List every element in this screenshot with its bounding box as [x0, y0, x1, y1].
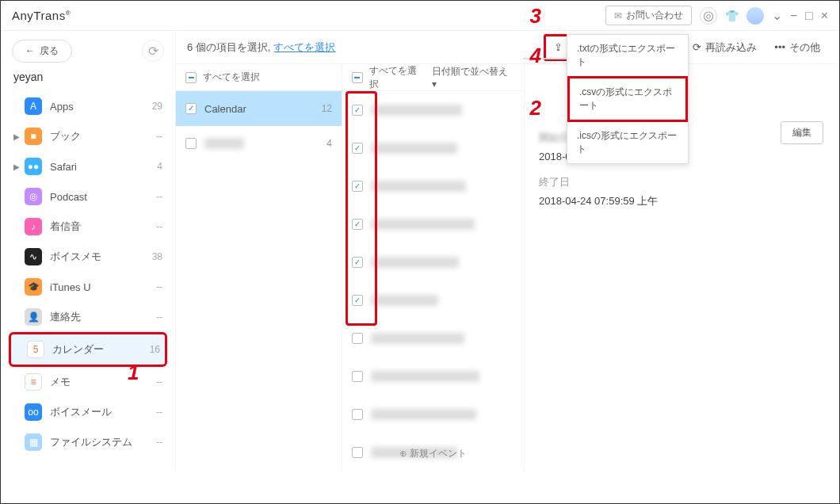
sidebar-item-11[interactable]: ▦ファイルシステム--	[9, 427, 167, 457]
checkbox[interactable]	[185, 138, 197, 149]
export-txt[interactable]: .txtの形式にエクスポート	[567, 35, 688, 76]
checkbox[interactable]	[352, 257, 363, 268]
event-row[interactable]	[342, 319, 524, 357]
export-csv[interactable]: .csvの形式にエクスポート	[567, 76, 688, 122]
checkbox[interactable]	[352, 295, 363, 306]
sidebar-item-7[interactable]: 👤連絡先--	[9, 302, 167, 332]
select-all-link[interactable]: すべてを選択	[273, 40, 335, 55]
sidebar-item-9[interactable]: ≡メモ--	[9, 367, 167, 397]
event-row[interactable]	[342, 167, 524, 205]
more-icon: •••	[774, 41, 785, 53]
contact-button[interactable]: ✉ お問い合わせ	[605, 6, 692, 25]
checkbox[interactable]	[185, 103, 197, 114]
event-row[interactable]	[342, 243, 524, 281]
calendar-row[interactable]: Calendar12	[176, 91, 342, 126]
event-list: すべてを選択 日付順で並べ替え ▾ ⊕ 新規イベント	[342, 64, 525, 472]
event-row[interactable]	[342, 205, 524, 243]
reload-button[interactable]: ⟳再読み込み	[685, 36, 765, 59]
close-button[interactable]: ×	[821, 9, 828, 23]
sidebar-item-2[interactable]: ▶●●Safari4	[9, 151, 167, 181]
search-icon[interactable]: ◎	[700, 7, 717, 25]
select-all-checkbox-col1[interactable]	[185, 72, 197, 83]
sort-button[interactable]: 日付順で並べ替え ▾	[432, 65, 514, 90]
plus-icon: ⊕	[399, 448, 407, 459]
event-row[interactable]	[342, 91, 524, 129]
calendar-list: すべてを選択 Calendar124	[176, 64, 342, 472]
sidebar-item-5[interactable]: ∿ボイスメモ38	[9, 242, 167, 272]
sidebar-item-3[interactable]: ◎Podcast--	[9, 181, 167, 212]
end-label: 終了日	[539, 175, 825, 189]
app-title: AnyTrans®	[12, 9, 71, 22]
checkbox[interactable]	[352, 181, 363, 192]
select-all-checkbox-col2[interactable]	[352, 72, 363, 83]
back-button[interactable]: ← 戻る	[12, 40, 72, 63]
sidebar-item-10[interactable]: ooボイスメール--	[9, 397, 167, 427]
export-ics[interactable]: .icsの形式にエクスポート	[567, 122, 688, 163]
checkbox[interactable]	[352, 409, 363, 420]
event-row[interactable]	[342, 129, 524, 167]
selection-text: 6 個の項目を選択,	[187, 40, 270, 55]
content: 6 個の項目を選択, すべてを選択 ⇪PCへ ⇥デバイスへ ⟳再読み込み •••…	[175, 31, 839, 472]
export-dropdown[interactable]: .txtの形式にエクスポート .csvの形式にエクスポート .icsの形式にエク…	[567, 34, 689, 164]
reload-icon: ⟳	[693, 41, 701, 53]
shirt-icon[interactable]: 👕	[725, 10, 739, 22]
chevron-down-icon[interactable]: ⌄	[772, 8, 782, 23]
profile-name: yeyan	[9, 67, 167, 91]
refresh-icon[interactable]: ⟳	[142, 40, 164, 62]
checkbox[interactable]	[352, 371, 363, 382]
event-row[interactable]	[342, 357, 524, 395]
event-row[interactable]	[342, 395, 524, 433]
arrow-left-icon: ←	[25, 45, 35, 56]
event-row[interactable]	[342, 281, 524, 319]
checkbox[interactable]	[352, 105, 363, 116]
minimize-button[interactable]: −	[790, 9, 797, 23]
avatar[interactable]	[746, 7, 764, 25]
calendar-row[interactable]: 4	[176, 126, 342, 161]
sidebar-item-1[interactable]: ▶■ブック--	[9, 121, 167, 151]
sidebar-item-4[interactable]: ♪着信音--	[9, 212, 167, 242]
other-button[interactable]: •••その他	[766, 36, 828, 59]
checkbox[interactable]	[352, 333, 363, 344]
sidebar-item-0[interactable]: AApps29	[9, 91, 167, 121]
col1-header: すべてを選択	[203, 71, 260, 84]
new-event-button[interactable]: ⊕ 新規イベント	[342, 441, 524, 467]
sidebar-item-6[interactable]: 🎓iTunes U--	[9, 272, 167, 302]
maximize-button[interactable]: □	[805, 9, 813, 23]
checkbox[interactable]	[352, 143, 363, 154]
mail-icon: ✉	[614, 10, 622, 21]
sidebar: ← 戻る ⟳ yeyan AApps29▶■ブック--▶●●Safari4◎Po…	[1, 31, 175, 472]
sidebar-item-8[interactable]: 5カレンダー16	[9, 332, 167, 367]
upload-icon: ⇪	[554, 41, 563, 53]
col2-header: すべてを選択	[369, 64, 426, 91]
end-value: 2018-04-24 07:59:59 上午	[539, 194, 825, 208]
checkbox[interactable]	[352, 219, 363, 230]
